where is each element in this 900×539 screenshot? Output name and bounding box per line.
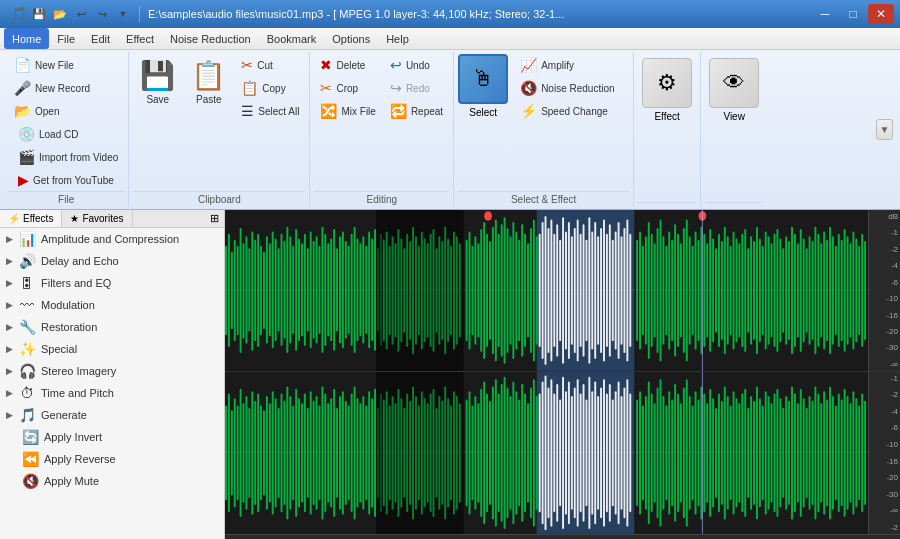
- select-large-btn[interactable]: 🖱: [458, 54, 508, 104]
- qat-dropdown-btn[interactable]: ▼: [114, 5, 132, 23]
- apply-reverse-label: Apply Reverse: [44, 453, 116, 465]
- svg-rect-390: [706, 403, 708, 502]
- view-large-btn[interactable]: 👁: [709, 58, 759, 108]
- speed-change-btn[interactable]: ⚡ Speed Change: [514, 100, 620, 122]
- effect-large-btn[interactable]: ⚙: [642, 58, 692, 108]
- maximize-btn[interactable]: □: [840, 4, 866, 24]
- import-video-btn[interactable]: 🎬 Import from Video: [12, 146, 124, 168]
- svg-rect-226: [225, 405, 227, 500]
- menu-options[interactable]: Options: [324, 28, 378, 49]
- sidebar-item-apply-mute[interactable]: 🔇 Apply Mute: [0, 470, 224, 492]
- svg-rect-392: [712, 398, 714, 507]
- svg-rect-175: [733, 231, 735, 349]
- menu-help[interactable]: Help: [378, 28, 417, 49]
- svg-rect-34: [319, 246, 321, 334]
- db-scale-top: dB -1 -2 -4 -6 -10 -16 -20 -30 -∞: [868, 210, 900, 371]
- close-btn[interactable]: ✕: [868, 4, 894, 24]
- new-file-btn[interactable]: 📄 New File: [8, 54, 80, 76]
- menu-file[interactable]: File: [49, 28, 83, 49]
- tab-effects[interactable]: ⚡ Effects: [0, 210, 62, 227]
- save-quick-btn[interactable]: 💾: [30, 5, 48, 23]
- svg-rect-336: [545, 375, 547, 530]
- load-cd-btn[interactable]: 💿 Load CD: [12, 123, 84, 145]
- svg-rect-285: [395, 403, 397, 502]
- svg-rect-343: [565, 391, 567, 514]
- ribbon-scroll-btn[interactable]: ▼: [876, 119, 893, 140]
- svg-rect-198: [800, 229, 802, 352]
- repeat-btn[interactable]: 🔁 Repeat: [384, 100, 449, 122]
- mix-file-btn[interactable]: 🔀 Mix File: [314, 100, 381, 122]
- sidebar-item-time[interactable]: ▶ ⏱ Time and Pitch: [0, 382, 224, 404]
- crop-btn[interactable]: ✂ Crop: [314, 77, 381, 99]
- copy-btn[interactable]: 📋 Copy: [235, 77, 305, 99]
- delete-btn[interactable]: ✖ Delete: [314, 54, 381, 76]
- db-label-2: -2: [871, 245, 898, 254]
- redo-quick-btn[interactable]: ↪: [93, 5, 111, 23]
- svg-rect-192: [782, 248, 784, 333]
- effect-small-btns: 📈 Amplify 🔇 Noise Reduction ⚡ Speed Chan…: [514, 54, 620, 122]
- svg-rect-237: [257, 393, 259, 512]
- redo-btn[interactable]: ↪ Redo: [384, 77, 449, 99]
- db-b-6: -6: [871, 423, 898, 432]
- menu-home[interactable]: Home: [4, 28, 49, 49]
- svg-rect-48: [359, 243, 361, 336]
- svg-rect-16: [266, 236, 268, 343]
- svg-rect-376: [665, 405, 667, 500]
- tab-favorites[interactable]: ★ Favorites: [62, 210, 132, 227]
- svg-rect-204: [817, 234, 819, 347]
- svg-rect-354: [597, 396, 599, 510]
- sidebar-item-amplitude[interactable]: ▶ 📊 Amplitude and Compression: [0, 228, 224, 250]
- mix-file-icon: 🔀: [320, 103, 337, 119]
- noise-reduction-btn[interactable]: 🔇 Noise Reduction: [514, 77, 620, 99]
- svg-rect-400: [736, 398, 738, 507]
- svg-rect-270: [354, 386, 356, 519]
- save-btn[interactable]: 💾 Save: [133, 54, 182, 110]
- sidebar-expand-btn[interactable]: ⊞: [205, 210, 224, 227]
- modulation-icon: 〰: [18, 297, 36, 313]
- sidebar-item-stereo[interactable]: ▶ 🎧 Stereo Imagery: [0, 360, 224, 382]
- waveform-top-svg: [225, 210, 868, 371]
- sidebar-item-filters[interactable]: ▶ 🎛 Filters and EQ: [0, 272, 224, 294]
- cut-btn[interactable]: ✂ Cut: [235, 54, 305, 76]
- svg-rect-23: [286, 227, 288, 353]
- undo-btn[interactable]: ↩ Undo: [384, 54, 449, 76]
- svg-rect-317: [492, 386, 494, 519]
- new-record-btn[interactable]: 🎤 New Record: [8, 77, 96, 99]
- paste-btn[interactable]: 📋 Paste: [184, 54, 233, 110]
- svg-rect-172: [724, 227, 726, 355]
- svg-rect-151: [662, 236, 664, 344]
- svg-rect-256: [313, 401, 315, 505]
- svg-rect-365: [629, 393, 631, 512]
- sidebar-item-delay[interactable]: ▶ 🔊 Delay and Echo: [0, 250, 224, 272]
- sidebar-item-apply-reverse[interactable]: ⏪ Apply Reverse: [0, 448, 224, 470]
- sidebar-item-modulation[interactable]: ▶ 〰 Modulation: [0, 294, 224, 316]
- svg-rect-139: [623, 228, 625, 353]
- get-youtube-btn[interactable]: ▶ Get from YouTube: [12, 169, 120, 191]
- sidebar-item-special[interactable]: ▶ ✨ Special: [0, 338, 224, 360]
- sidebar-item-generate[interactable]: ▶ 🎵 Generate: [0, 404, 224, 426]
- svg-rect-134: [609, 224, 611, 356]
- sidebar-item-restoration[interactable]: ▶ 🔧 Restoration: [0, 316, 224, 338]
- svg-rect-308: [466, 399, 468, 506]
- open-quick-btn[interactable]: 📂: [51, 5, 69, 23]
- menu-noise-reduction[interactable]: Noise Reduction: [162, 28, 259, 49]
- undo-quick-btn[interactable]: ↩: [72, 5, 90, 23]
- svg-rect-415: [779, 398, 781, 507]
- open-btn[interactable]: 📂 Open: [8, 100, 65, 122]
- select-all-btn[interactable]: ☰ Select All: [235, 100, 305, 122]
- svg-rect-412: [771, 403, 773, 502]
- waveform-bottom-svg: [225, 372, 868, 534]
- svg-rect-194: [788, 241, 790, 340]
- amplify-btn[interactable]: 📈 Amplify: [514, 54, 620, 76]
- timeline: hms 0:50.0 1:40.0 2:30.0 3:20.0 4:10.0: [225, 534, 900, 539]
- menu-bookmark[interactable]: Bookmark: [259, 28, 325, 49]
- apply-mute-label: Apply Mute: [44, 475, 99, 487]
- menu-edit[interactable]: Edit: [83, 28, 118, 49]
- db-label-inf: -∞: [871, 360, 898, 369]
- svg-rect-70: [421, 231, 423, 349]
- menu-effect[interactable]: Effect: [118, 28, 162, 49]
- minimize-btn[interactable]: ─: [812, 4, 838, 24]
- svg-rect-105: [527, 243, 529, 337]
- effects-tab-icon: ⚡: [8, 213, 20, 224]
- sidebar-item-apply-invert[interactable]: 🔄 Apply Invert: [0, 426, 224, 448]
